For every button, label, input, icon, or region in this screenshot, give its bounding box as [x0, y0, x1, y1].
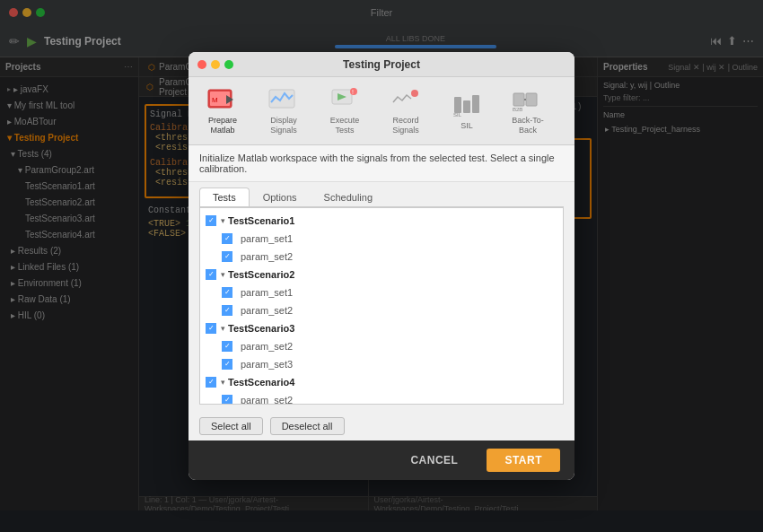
scenario2-param2-name: param_set2: [237, 305, 293, 316]
scenario4-row[interactable]: ▾ TestScenario4: [200, 373, 563, 391]
scenario3-row[interactable]: ▾ TestScenario3: [200, 319, 563, 337]
modal-content: ▾ TestScenario1 param_set1 param_set2 ▾ …: [199, 207, 564, 405]
scenario3-param3-row[interactable]: param_set3: [200, 355, 563, 373]
tool-sil[interactable]: SIL SIL: [443, 92, 490, 131]
tool-record-signals[interactable]: Record Signals: [382, 86, 429, 135]
scenario1-name: TestScenario1: [228, 215, 294, 226]
modal-toolbar: M Prepare Matlab Display Signals: [189, 77, 574, 145]
select-all-button[interactable]: Select all: [199, 417, 263, 435]
svg-text:M: M: [212, 96, 218, 104]
execute-tests-icon: !: [329, 86, 361, 113]
tool-prepare-matlab[interactable]: M Prepare Matlab: [199, 86, 246, 135]
svg-rect-11: [463, 100, 470, 113]
back-to-back-icon: B2B: [512, 86, 544, 113]
scenario1-param2-checkbox[interactable]: [222, 251, 232, 262]
svg-text:!: !: [352, 89, 354, 95]
scenario1-param1-name: param_set1: [237, 233, 293, 244]
scenario2-row[interactable]: ▾ TestScenario2: [200, 266, 563, 283]
tab-tests[interactable]: Tests: [199, 188, 250, 206]
tool-hil[interactable]: HIL: [566, 92, 574, 131]
sil-icon: SIL: [451, 92, 483, 118]
tool-display-signals[interactable]: Display Signals: [260, 86, 307, 135]
scenario4-param2-row[interactable]: param_set2: [200, 391, 563, 405]
modal-maximize-btn[interactable]: [224, 60, 233, 69]
modal-titlebar: Testing Project: [189, 52, 574, 77]
modal-title: Testing Project: [343, 58, 420, 71]
svg-point-9: [411, 90, 418, 97]
modal-traffic-lights: [197, 60, 233, 69]
scenario2-param1-name: param_set1: [237, 287, 293, 298]
modal-tabs: Tests Options Scheduling: [189, 182, 574, 206]
scenario4-checkbox[interactable]: [206, 377, 216, 388]
scenario3-param2-checkbox[interactable]: [222, 341, 232, 352]
execute-tests-label: Execute Tests: [321, 116, 368, 135]
hil-icon: [573, 92, 574, 118]
scenario1-param1-row[interactable]: param_set1: [200, 230, 563, 248]
modal-footer: CANCEL START: [189, 440, 574, 480]
scenario4-name: TestScenario4: [228, 377, 294, 388]
display-signals-label: Display Signals: [260, 116, 307, 135]
modal-dialog: Testing Project M Prepare Matlab: [189, 52, 574, 480]
scenario2-param1-row[interactable]: param_set1: [200, 283, 563, 301]
svg-text:SIL: SIL: [453, 112, 462, 118]
scenario3-checkbox[interactable]: [206, 323, 216, 334]
modal-minimize-btn[interactable]: [211, 60, 220, 69]
record-signals-label: Record Signals: [382, 116, 429, 135]
cancel-button[interactable]: CANCEL: [392, 449, 476, 472]
tab-scheduling[interactable]: Scheduling: [311, 188, 386, 206]
scenario2-checkbox[interactable]: [206, 269, 216, 280]
svg-rect-10: [454, 97, 461, 113]
scenario3-param2-name: param_set2: [237, 341, 293, 352]
scenario4-param2-name: param_set2: [237, 395, 293, 405]
scenario4-param2-checkbox[interactable]: [222, 395, 232, 405]
svg-rect-14: [513, 93, 524, 106]
scenario1-param1-checkbox[interactable]: [222, 233, 232, 244]
svg-text:B2B: B2B: [513, 107, 522, 112]
scenario1-param2-name: param_set2: [237, 251, 293, 262]
svg-rect-15: [526, 93, 537, 106]
modal-close-btn[interactable]: [197, 60, 206, 69]
display-signals-icon: [267, 86, 300, 113]
tab-options[interactable]: Options: [250, 188, 311, 206]
start-button[interactable]: START: [487, 449, 560, 472]
record-signals-icon: [390, 86, 422, 113]
prepare-matlab-label: Prepare Matlab: [199, 116, 246, 135]
scenario1-checkbox[interactable]: [206, 215, 216, 226]
scenario3-param3-name: param_set3: [237, 359, 293, 370]
back-to-back-label: Back-To-Back: [504, 116, 551, 135]
scenario2-name: TestScenario2: [228, 269, 294, 280]
scenario1-param2-row[interactable]: param_set2: [200, 248, 563, 266]
prepare-matlab-icon: M: [206, 86, 239, 113]
scenario2-param2-row[interactable]: param_set2: [200, 301, 563, 319]
modal-overlay: Testing Project M Prepare Matlab: [0, 0, 763, 532]
scenario3-name: TestScenario3: [228, 323, 294, 334]
test-tree: ▾ TestScenario1 param_set1 param_set2 ▾ …: [200, 208, 563, 405]
deselect-all-button[interactable]: Deselect all: [270, 417, 345, 435]
modal-description: Initialize Matlab workspace with the sig…: [189, 145, 574, 182]
scenario2-param2-checkbox[interactable]: [222, 305, 232, 316]
scenario1-row[interactable]: ▾ TestScenario1: [200, 212, 563, 230]
svg-rect-12: [472, 95, 479, 113]
scenario2-param1-checkbox[interactable]: [222, 287, 232, 298]
scenario3-param2-row[interactable]: param_set2: [200, 337, 563, 355]
tool-back-to-back[interactable]: B2B Back-To-Back: [504, 86, 551, 135]
scenario3-param3-checkbox[interactable]: [222, 359, 232, 370]
select-row: Select all Deselect all: [189, 412, 574, 440]
sil-label: SIL: [460, 121, 473, 131]
tool-execute-tests[interactable]: ! Execute Tests: [321, 86, 368, 135]
